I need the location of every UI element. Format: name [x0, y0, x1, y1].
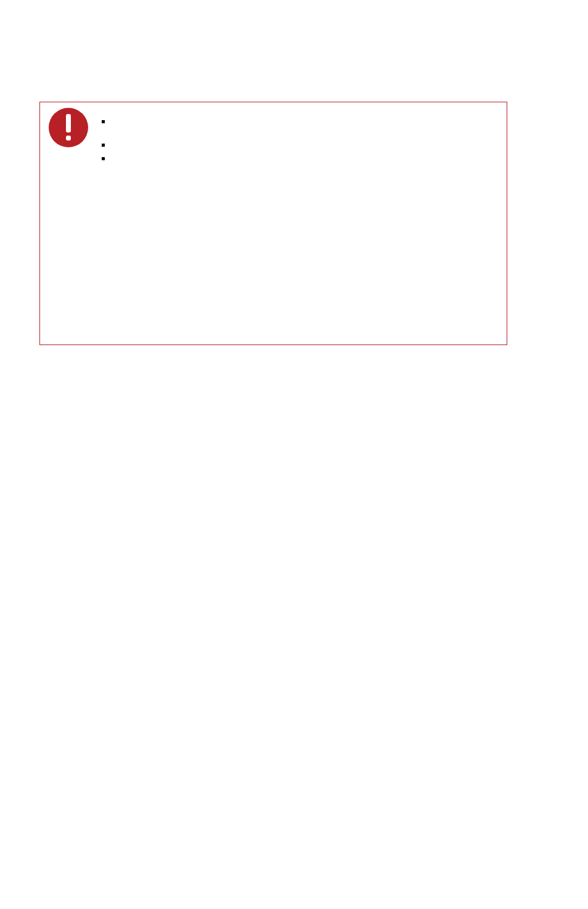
svg-rect-1	[66, 114, 71, 132]
exclamation-icon	[49, 108, 88, 147]
warning-list	[102, 116, 114, 153]
svg-rect-2	[66, 136, 71, 141]
warning-box	[39, 102, 507, 345]
